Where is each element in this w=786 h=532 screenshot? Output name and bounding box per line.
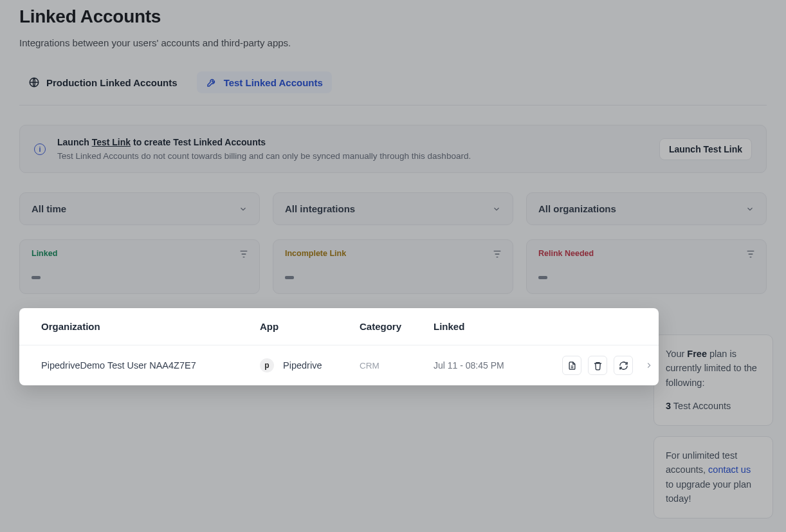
- filter-time-label: All time: [32, 203, 66, 214]
- test-link-text[interactable]: Test Link: [92, 137, 131, 147]
- table-row[interactable]: PipedriveDemo Test User NAA4Z7E7 p Piped…: [19, 345, 659, 385]
- chevron-down-icon: [492, 205, 501, 214]
- status-label-incomplete: Incomplete Link: [285, 249, 501, 258]
- status-card-linked: Linked: [19, 239, 260, 294]
- tab-label: Test Linked Accounts: [224, 77, 323, 88]
- cell-linked-date: Jul 11 - 08:45 PM: [434, 360, 562, 371]
- table-header-row: Organization App Category Linked: [19, 308, 659, 345]
- col-header-category: Category: [360, 321, 434, 332]
- tab-production-linked-accounts[interactable]: Production Linked Accounts: [19, 71, 187, 93]
- test-accounts-count: 3: [666, 401, 671, 411]
- filter-integrations[interactable]: All integrations: [273, 192, 513, 225]
- notice-description: Test Linked Accounts do not count toward…: [57, 151, 648, 161]
- filter-integrations-label: All integrations: [285, 203, 355, 214]
- filter-time[interactable]: All time: [19, 192, 260, 225]
- delete-button[interactable]: [588, 356, 607, 375]
- cell-category: CRM: [360, 361, 434, 371]
- upgrade-info-card: For unlimited test accounts, contact us …: [653, 436, 773, 518]
- notice-title: Launch Test Link to create Test Linked A…: [57, 137, 648, 147]
- cell-app: p Pipedrive: [260, 358, 360, 372]
- accounts-table: Organization App Category Linked Pipedri…: [19, 308, 659, 385]
- filter-organizations[interactable]: All organizations: [526, 192, 767, 225]
- info-icon: i: [34, 143, 46, 155]
- row-actions: [562, 356, 653, 375]
- chevron-right-icon[interactable]: [644, 361, 653, 370]
- status-card-relink: Relink Needed: [526, 239, 767, 294]
- filter-organizations-label: All organizations: [538, 203, 616, 214]
- app-name: Pipedrive: [283, 360, 322, 371]
- filter-icon[interactable]: [745, 249, 756, 259]
- status-value-placeholder: [32, 276, 41, 279]
- col-header-app: App: [260, 321, 360, 332]
- chevron-down-icon: [239, 205, 248, 214]
- chevron-down-icon: [745, 205, 754, 214]
- tab-test-linked-accounts[interactable]: Test Linked Accounts: [197, 71, 332, 93]
- globe-icon: [28, 77, 40, 88]
- launch-test-link-button[interactable]: Launch Test Link: [659, 138, 752, 160]
- status-label-linked: Linked: [32, 249, 248, 258]
- col-header-linked: Linked: [434, 321, 562, 332]
- status-value-placeholder: [285, 276, 294, 279]
- tabs: Production Linked Accounts Test Linked A…: [19, 71, 767, 105]
- status-card-incomplete: Incomplete Link: [273, 239, 513, 294]
- filter-icon[interactable]: [492, 249, 502, 259]
- cell-organization: PipedriveDemo Test User NAA4Z7E7: [41, 360, 260, 371]
- resync-button[interactable]: [614, 356, 633, 375]
- app-logo-icon: p: [260, 358, 274, 372]
- view-logs-button[interactable]: [562, 356, 581, 375]
- notice-banner: i Launch Test Link to create Test Linked…: [19, 125, 767, 173]
- status-value-placeholder: [538, 276, 547, 279]
- col-header-organization: Organization: [41, 321, 260, 332]
- filter-icon[interactable]: [239, 249, 249, 259]
- page-subtitle: Integrations between your users' account…: [19, 37, 767, 48]
- page-title: Linked Accounts: [19, 6, 767, 27]
- wrench-icon: [206, 77, 217, 88]
- status-label-relink: Relink Needed: [538, 249, 754, 258]
- tab-label: Production Linked Accounts: [46, 77, 178, 88]
- contact-us-link[interactable]: contact us: [708, 464, 751, 475]
- plan-info-card: Your Free plan is currently limited to t…: [653, 335, 773, 426]
